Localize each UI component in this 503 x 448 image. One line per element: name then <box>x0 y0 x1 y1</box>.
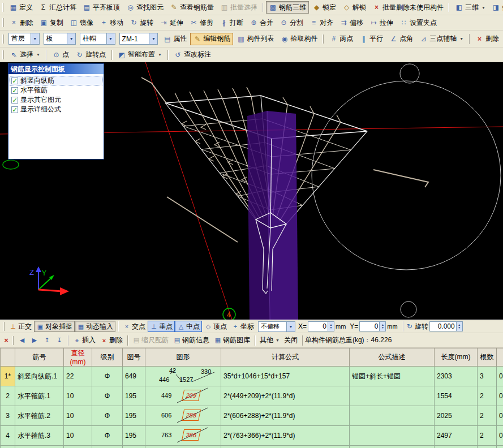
rebar-3d-button[interactable]: ▩钢筋三维 <box>266 1 309 14</box>
diameter-cell[interactable]: 10 <box>64 386 92 406</box>
toolbar-grip[interactable] <box>262 3 263 12</box>
x-coord-input[interactable] <box>308 321 328 331</box>
formula-desc-cell[interactable] <box>350 426 435 446</box>
toolbar-grip[interactable] <box>2 50 4 59</box>
align-button[interactable]: ≡对齐 <box>307 16 336 29</box>
view-3d-button[interactable]: ◧三维▼ <box>452 1 488 14</box>
row-down-button[interactable]: ↧ <box>53 335 66 346</box>
y-coord-input[interactable] <box>359 321 380 331</box>
toolbar-grip[interactable] <box>12 336 14 345</box>
nav-prev-button[interactable]: ◀ <box>16 335 28 346</box>
grade-cell[interactable]: Φ <box>92 406 123 426</box>
count-cell[interactable]: 3 <box>478 367 497 386</box>
rotate-spinner[interactable]: ▲▼ <box>457 321 463 331</box>
pane-close-icon[interactable]: × <box>2 336 11 344</box>
row-num-cell[interactable]: 4 <box>1 426 15 446</box>
length-cell[interactable]: 2025 <box>435 406 478 426</box>
header-count[interactable]: 根数 <box>478 348 497 367</box>
toolbar-grip[interactable] <box>2 18 4 27</box>
count-cell[interactable]: 2 <box>478 386 497 406</box>
intersection-snap-button[interactable]: ×交点 <box>121 321 148 332</box>
calc-formula-cell[interactable]: 2*(606+288)+2*(11.9*d) <box>221 406 350 426</box>
offset-mode-combo[interactable]: 不偏移▼ <box>258 321 295 332</box>
rebar-library-button[interactable]: ▦钢筋图库 <box>212 335 252 346</box>
copy-button[interactable]: ▣复制 <box>37 16 66 29</box>
point-angle-button[interactable]: ∠点角 <box>386 33 416 45</box>
row-num-cell[interactable]: 3 <box>1 406 15 426</box>
merge-button[interactable]: ⊕合并 <box>247 16 276 29</box>
calc-formula-cell[interactable]: 35*d+1046+15*d+157 <box>221 367 350 386</box>
smart-layout-button[interactable]: ◩智能布置▼ <box>115 49 165 61</box>
grade-cell[interactable]: Φ <box>92 386 123 406</box>
checkbox-checked-icon[interactable]: ✓ <box>11 77 18 84</box>
figure-no-cell[interactable]: 195 <box>123 426 145 446</box>
find-element-button[interactable]: ◎查找图元 <box>123 1 166 14</box>
length-cell[interactable]: 1554 <box>435 386 478 406</box>
break-button[interactable]: ∦打断 <box>217 16 246 29</box>
toolbar-grip[interactable] <box>2 3 3 12</box>
y-spinner[interactable]: ▲▼ <box>380 321 386 331</box>
header-shape[interactable]: 图形 <box>145 348 221 367</box>
viewport-canvas[interactable]: 4 Z Y 钢筋显示控制面板 ✓斜竖向纵筋 ✓水平箍筋 ✓显示其它图元 ✓显示详… <box>0 62 503 320</box>
clipped-cell[interactable]: 0 <box>497 426 503 446</box>
chevron-down-icon[interactable]: ▼ <box>286 322 295 331</box>
calc-formula-cell[interactable]: 2*(763+366)+2*(11.9*d) <box>221 426 350 446</box>
midpoint-snap-button[interactable]: △中点 <box>175 321 202 332</box>
length-cell[interactable]: 2497 <box>435 426 478 446</box>
mirror-button[interactable]: ◫镜像 <box>67 16 96 29</box>
select-mode-button[interactable]: ⇖选择▼ <box>7 49 43 61</box>
vertex-snap-button[interactable]: ◇顶点 <box>202 321 229 332</box>
header-calc-formula[interactable]: 计算公式 <box>221 348 350 367</box>
diameter-cell[interactable]: 10 <box>64 406 92 426</box>
ortho-button[interactable]: ⊥正交 <box>7 321 34 332</box>
chevron-down-icon[interactable]: ▼ <box>149 33 157 44</box>
component-combo[interactable]: ZM-1▼ <box>119 33 158 45</box>
grade-cell[interactable]: Φ <box>92 367 123 386</box>
formula-desc-cell[interactable]: 锚固+斜长+锚固 <box>350 367 435 386</box>
offset-button[interactable]: ⇉偏移 <box>337 16 366 29</box>
table-row[interactable]: 1* 斜竖向纵筋.1 22 Φ 649 42 446 1527 330 3 <box>1 367 503 386</box>
table-row-clipped[interactable] <box>1 446 503 448</box>
other-menu-button[interactable]: 其他▼ <box>257 335 282 346</box>
rotate-angle-input[interactable] <box>429 321 457 331</box>
x-spinner[interactable]: ▲▼ <box>328 321 334 331</box>
diameter-cell[interactable]: 10 <box>64 426 92 446</box>
grade-cell[interactable]: Φ <box>92 426 123 446</box>
header-diameter[interactable]: 直径(mm) <box>64 348 92 367</box>
top-view-button[interactable]: ◨俯视▼ <box>489 1 503 14</box>
clipped-cell[interactable]: 0 <box>497 367 503 386</box>
header-bar-id[interactable]: 筋号 <box>15 348 64 367</box>
bar-id-cell[interactable]: 水平箍筋.1 <box>15 386 64 406</box>
checkbox-checked-icon[interactable]: ✓ <box>11 87 18 94</box>
toolbar-grip[interactable] <box>448 3 449 12</box>
set-grips-button[interactable]: ∷设置夹点 <box>397 16 440 29</box>
split-button[interactable]: ⊖分割 <box>277 16 306 29</box>
formula-desc-cell[interactable] <box>350 406 435 426</box>
coordinate-button[interactable]: +坐标 <box>229 321 256 332</box>
move-button[interactable]: +移动 <box>97 16 126 29</box>
point-place-button[interactable]: ⊙点 <box>49 49 72 61</box>
count-cell[interactable]: 2 <box>478 426 497 446</box>
properties-button[interactable]: ▤属性 <box>160 33 190 45</box>
bar-id-cell[interactable]: 水平箍筋.3 <box>15 426 64 446</box>
toolbar-grip[interactable] <box>322 35 324 44</box>
view-rebar-qty-button[interactable]: ✎查看钢筋量 <box>167 1 217 14</box>
chevron-down-icon[interactable]: ▼ <box>106 33 115 44</box>
shape-cell[interactable]: 606 288 <box>145 406 221 426</box>
panel-item-diagonal-bars[interactable]: ✓斜竖向纵筋 <box>10 76 102 85</box>
rebar-display-panel[interactable]: 钢筋显示控制面板 ✓斜竖向纵筋 ✓水平箍筋 ✓显示其它图元 ✓显示详细公式 <box>8 63 104 160</box>
category-combo[interactable]: 柱帽▼ <box>80 33 115 45</box>
rotate-button[interactable]: ↻旋转 <box>127 16 156 29</box>
trim-button[interactable]: ✂修剪 <box>187 16 216 29</box>
header-figure-no[interactable]: 图号 <box>123 348 145 367</box>
edit-rebar-button[interactable]: ✎编辑钢筋 <box>190 33 233 45</box>
batch-delete-unused-button[interactable]: ×批量删除未使用构件 <box>369 1 446 14</box>
bar-id-cell[interactable]: 斜竖向纵筋.1 <box>15 367 64 386</box>
shape-cell[interactable]: 763 366 <box>145 426 221 446</box>
table-row[interactable]: 3 水平箍筋.2 10 Φ 195 606 288 2*(606+288)+2*… <box>1 406 503 426</box>
batch-select-button[interactable]: ▥批量选择 <box>217 1 260 14</box>
panel-item-show-detail-formula[interactable]: ✓显示详细公式 <box>10 105 102 114</box>
two-point-axis-button[interactable]: #两点 <box>326 33 356 45</box>
shape-cell[interactable]: 42 446 1527 330 <box>145 367 221 386</box>
rotate-point-button[interactable]: ↻旋转点 <box>72 49 109 61</box>
